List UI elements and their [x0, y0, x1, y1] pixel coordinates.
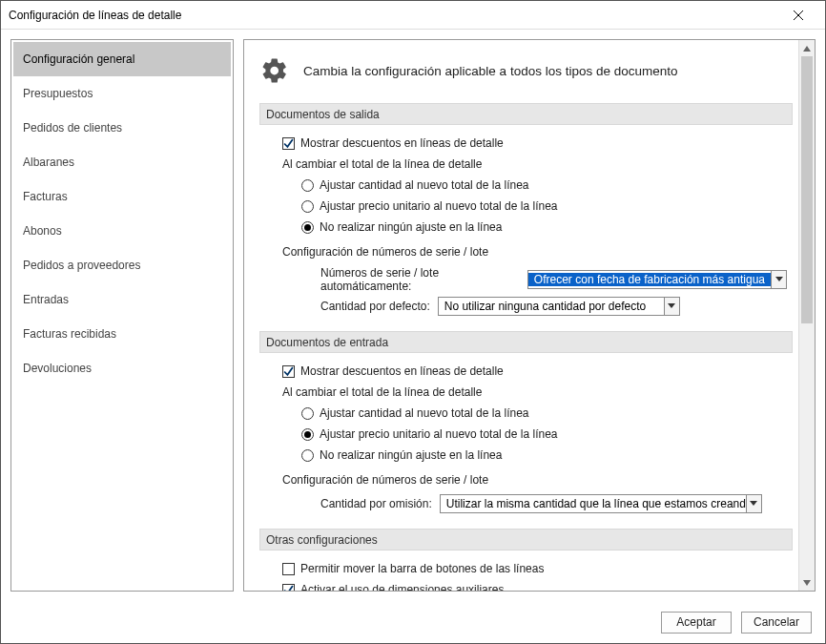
section-band-entrada: Documentos de entrada [259, 331, 793, 353]
group-label: Al cambiar el total de la línea de detal… [282, 157, 482, 171]
radio-label: Ajustar precio unitario al nuevo total d… [320, 199, 558, 213]
titlebar: Configuración de líneas de detalle [1, 1, 825, 30]
button-label: Cancelar [754, 615, 799, 629]
svg-marker-6 [803, 580, 811, 586]
sidebar-item-label: Pedidos a proveedores [23, 259, 140, 272]
section-title: Documentos de salida [266, 108, 380, 121]
chevron-down-icon [771, 271, 786, 288]
page-heading: Cambia la configuración aplicable a todo… [303, 64, 678, 78]
section-otras: Permitir mover la barra de botones de la… [259, 551, 793, 591]
dropdown-value: Ofrecer con fecha de fabricación más ant… [528, 273, 771, 286]
checkbox-label: Activar el uso de dimensiones auxiliares [300, 583, 504, 591]
radio-label: Ajustar cantidad al nuevo total de la lí… [320, 406, 528, 420]
radio-ajustar-cantidad-entrada[interactable] [301, 407, 314, 420]
main-content: Cambia la configuración aplicable a todo… [244, 40, 798, 591]
sidebar-item-label: Presupuestos [23, 87, 93, 100]
checkbox-dimensiones-aux[interactable] [282, 584, 295, 592]
checkbox-mostrar-descuentos-entrada[interactable] [282, 365, 295, 378]
radio-label: Ajustar precio unitario al nuevo total d… [320, 427, 558, 441]
scroll-down-icon[interactable] [799, 574, 816, 591]
vertical-scrollbar[interactable] [798, 40, 815, 591]
dropdown-serie-auto[interactable]: Ofrecer con fecha de fabricación más ant… [527, 270, 787, 289]
radio-ajustar-precio-salida[interactable] [301, 200, 314, 213]
dialog-body: Configuración general Presupuestos Pedid… [1, 30, 825, 601]
radio-ajustar-cantidad-salida[interactable] [301, 179, 314, 192]
svg-marker-2 [775, 277, 783, 281]
dropdown-value: No utilizar ninguna cantidad por defecto [439, 300, 664, 313]
sidebar-item-label: Albaranes [23, 156, 74, 169]
checkbox-mostrar-descuentos-salida[interactable] [282, 137, 295, 150]
sidebar-item-label: Facturas [23, 190, 68, 203]
sidebar-item-facturas[interactable]: Facturas [13, 179, 231, 214]
section-band-salida: Documentos de salida [259, 103, 793, 125]
svg-marker-3 [668, 303, 675, 308]
radio-no-ajuste-salida[interactable] [301, 221, 314, 234]
sidebar-item-abonos[interactable]: Abonos [13, 214, 231, 248]
chevron-down-icon [746, 495, 761, 512]
section-title: Documentos de entrada [266, 336, 388, 349]
scroll-up-icon[interactable] [799, 40, 816, 56]
section-title: Otras configuraciones [266, 533, 378, 547]
dropdown-cantidad-defecto[interactable]: No utilizar ninguna cantidad por defecto [438, 297, 680, 316]
group-label: Al cambiar el total de la línea de detal… [282, 385, 482, 399]
sidebar: Configuración general Presupuestos Pedid… [10, 39, 234, 592]
dropdown-cantidad-omision[interactable]: Utilizar la misma cantidad que la línea … [440, 494, 762, 513]
window-title: Configuración de líneas de detalle [9, 9, 779, 22]
sidebar-item-label: Pedidos de clientes [23, 121, 122, 135]
field-label: Números de serie / lote automáticamente: [320, 266, 520, 293]
sidebar-item-albaranes[interactable]: Albaranes [13, 145, 231, 179]
radio-label: Ajustar cantidad al nuevo total de la lí… [320, 178, 528, 192]
group-label: Configuración de números de serie / lote [282, 473, 488, 487]
sidebar-item-presupuestos[interactable]: Presupuestos [13, 76, 231, 111]
sidebar-item-label: Abonos [23, 224, 62, 238]
radio-ajustar-precio-entrada[interactable] [301, 428, 314, 441]
sidebar-item-entradas[interactable]: Entradas [13, 282, 231, 317]
sidebar-item-pedidos-proveedores[interactable]: Pedidos a proveedores [13, 248, 231, 282]
sidebar-item-label: Entradas [23, 293, 69, 306]
main-inner: Cambia la configuración aplicable a todo… [244, 40, 815, 591]
main-panel: Cambia la configuración aplicable a todo… [243, 39, 816, 592]
sidebar-item-label: Devoluciones [23, 362, 92, 375]
section-band-otras: Otras configuraciones [259, 529, 793, 551]
section-salida: Mostrar descuentos en líneas de detalle … [259, 125, 793, 331]
section-entrada: Mostrar descuentos en líneas de detalle … [259, 353, 793, 529]
sidebar-item-facturas-recibidas[interactable]: Facturas recibidas [13, 317, 231, 351]
group-label: Configuración de números de serie / lote [282, 245, 488, 259]
dialog-footer: Aceptar Cancelar [1, 601, 825, 643]
chevron-down-icon [664, 298, 679, 315]
checkbox-label: Mostrar descuentos en líneas de detalle [300, 136, 504, 150]
sidebar-item-pedidos-clientes[interactable]: Pedidos de clientes [13, 111, 231, 145]
ok-button[interactable]: Aceptar [661, 612, 732, 634]
page-header: Cambia la configuración aplicable a todo… [259, 55, 793, 86]
svg-marker-4 [750, 501, 757, 506]
field-label: Cantidad por defecto: [320, 300, 430, 313]
radio-label: No realizar ningún ajuste en la línea [320, 220, 502, 234]
dropdown-value: Utilizar la misma cantidad que la línea … [441, 497, 746, 510]
checkbox-label: Permitir mover la barra de botones de la… [300, 562, 544, 575]
field-label: Cantidad por omisión: [320, 497, 432, 510]
close-button[interactable] [779, 2, 817, 29]
radio-label: No realizar ningún ajuste en la línea [320, 448, 502, 462]
scroll-track[interactable] [799, 56, 815, 574]
sidebar-item-devoluciones[interactable]: Devoluciones [13, 351, 231, 385]
radio-no-ajuste-entrada[interactable] [301, 449, 314, 462]
sidebar-item-label: Configuración general [23, 52, 134, 66]
close-icon [794, 10, 803, 20]
button-label: Aceptar [676, 615, 715, 629]
checkbox-permitir-mover-barra[interactable] [282, 563, 295, 575]
sidebar-item-label: Facturas recibidas [23, 327, 116, 341]
svg-marker-5 [803, 46, 811, 52]
cancel-button[interactable]: Cancelar [741, 612, 812, 634]
scroll-thumb[interactable] [801, 56, 813, 323]
checkbox-label: Mostrar descuentos en líneas de detalle [300, 364, 504, 378]
gear-icon [259, 55, 290, 86]
sidebar-item-general[interactable]: Configuración general [13, 42, 231, 76]
dialog-window: Configuración de líneas de detalle Confi… [0, 0, 826, 644]
